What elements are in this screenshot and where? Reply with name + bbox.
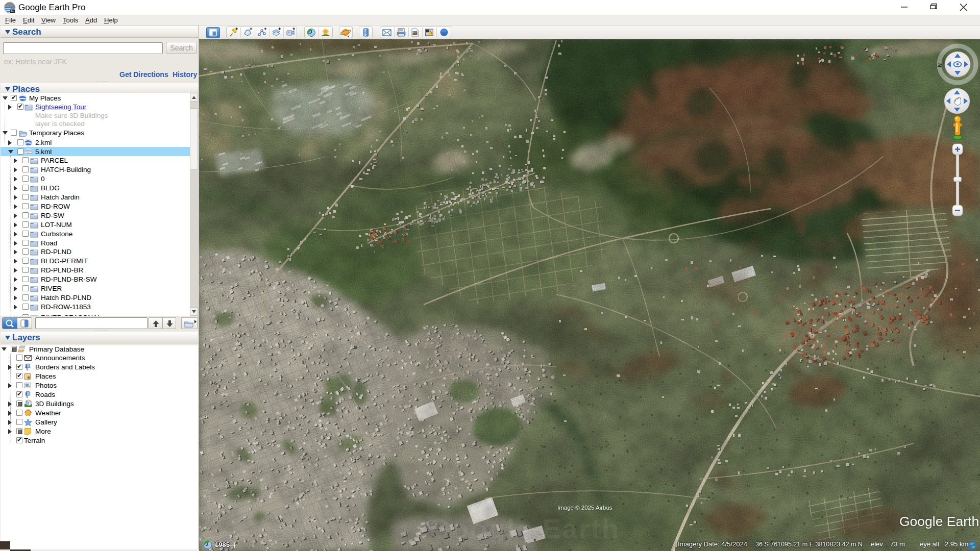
svg-text:Pro: Pro	[11, 10, 15, 13]
svg-text:N: N	[937, 63, 943, 68]
